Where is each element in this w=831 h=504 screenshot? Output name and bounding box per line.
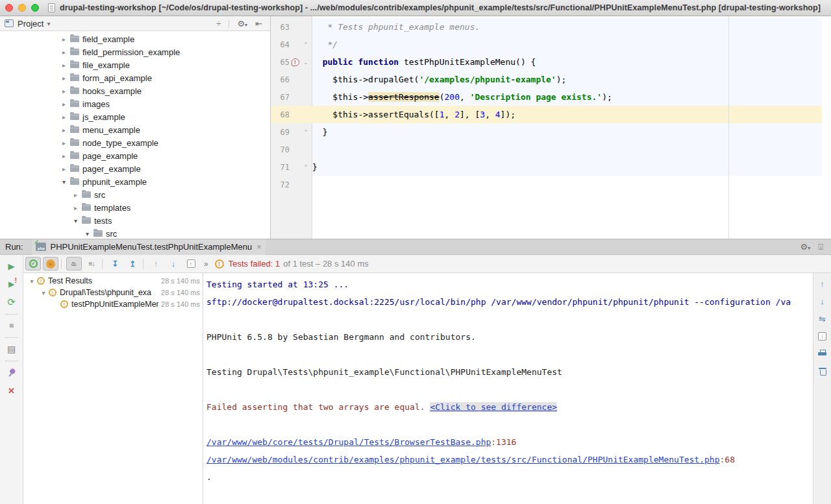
project-tree-item[interactable]: ▸file_example bbox=[0, 58, 270, 71]
code-text[interactable]: $this->drupalGet('/examples/phpunit-exam… bbox=[312, 71, 822, 88]
project-tree-item[interactable]: ▸pager_example bbox=[0, 162, 270, 175]
rerun-button[interactable]: ▶ bbox=[5, 259, 19, 273]
tree-arrow-icon[interactable]: ▸ bbox=[60, 49, 68, 56]
test-tree-item[interactable]: ▾!Test Results28 s 140 ms bbox=[23, 275, 203, 287]
project-tree-item[interactable]: ▸templates bbox=[0, 201, 270, 214]
gear-icon[interactable]: ⚙▾ bbox=[800, 242, 811, 252]
project-tree-item[interactable]: ▾src bbox=[0, 227, 270, 239]
tree-arrow-icon[interactable]: ▸ bbox=[60, 75, 68, 82]
test-tree-item[interactable]: !testPhpUnitExampleMenu28 s 140 ms bbox=[23, 298, 203, 310]
editor-line[interactable]: 68 $this->assertEquals([1, 2], [3, 4]); bbox=[271, 106, 822, 123]
minimize-window-button[interactable] bbox=[18, 4, 26, 12]
project-tree-item[interactable]: ▸field_permission_example bbox=[0, 45, 270, 58]
close-run-panel-button[interactable]: ✕ bbox=[5, 383, 19, 398]
chevron-down-icon[interactable]: ▾ bbox=[47, 20, 50, 27]
test-tree-item[interactable]: ▾!Drupal\Tests\phpunit_exa28 s 140 ms bbox=[23, 287, 203, 298]
code-editor[interactable]: 63 * Tests phpunit_example menus.64⌃ */6… bbox=[271, 16, 831, 239]
select-opened-file-icon[interactable]: ÷ bbox=[216, 19, 221, 29]
project-tree-item[interactable]: ▸page_example bbox=[0, 149, 270, 162]
project-panel-title[interactable]: Project bbox=[18, 19, 43, 29]
divider[interactable] bbox=[203, 273, 203, 504]
project-tree-item[interactable]: ▸menu_example bbox=[0, 123, 270, 136]
fold-marker-icon[interactable]: ⌃ bbox=[301, 129, 311, 136]
rerun-failed-tests-button[interactable]: ▶ bbox=[8, 280, 14, 289]
project-tree-item[interactable]: ▸src bbox=[0, 188, 270, 201]
tree-arrow-icon[interactable]: ▸ bbox=[60, 88, 68, 95]
show-passed-button[interactable]: ✓ bbox=[25, 257, 41, 270]
tree-arrow-icon[interactable]: ▸ bbox=[71, 191, 80, 198]
down-stacktrace-button[interactable]: ↓ bbox=[815, 294, 830, 308]
editor-line[interactable]: 71⌃} bbox=[271, 158, 822, 176]
editor-line[interactable]: 63 * Tests phpunit_example menus. bbox=[271, 18, 822, 36]
show-ignored-button[interactable]: ≡ bbox=[43, 257, 58, 270]
test-failed-gutter-icon[interactable]: ! bbox=[291, 58, 299, 66]
tree-arrow-icon[interactable]: ▸ bbox=[71, 204, 80, 211]
fold-marker-icon[interactable]: ⌃ bbox=[301, 164, 311, 171]
project-tree-item[interactable]: ▸field_example bbox=[0, 32, 270, 45]
code-text[interactable]: */ bbox=[312, 36, 822, 53]
editor-line[interactable]: 69⌃ } bbox=[271, 123, 822, 141]
project-tree-item[interactable]: ▸hooks_example bbox=[0, 84, 270, 97]
console-link[interactable]: <Click to see difference> bbox=[430, 402, 557, 412]
tree-arrow-icon[interactable]: ▸ bbox=[60, 152, 68, 160]
code-text[interactable]: } bbox=[312, 123, 822, 141]
fold-marker-icon[interactable]: ⌃ bbox=[301, 42, 311, 48]
editor-line[interactable]: 67 $this->assertResponse(200, 'Descripti… bbox=[271, 88, 822, 106]
scroll-to-end-button[interactable]: ↓ bbox=[815, 329, 830, 343]
tree-arrow-icon[interactable]: ▸ bbox=[60, 36, 68, 43]
run-configuration-tab[interactable]: php ✓ PHPUnitExampleMenuTest.testPhpUnit… bbox=[32, 239, 265, 255]
next-failed-test-button[interactable]: ↓ bbox=[166, 257, 181, 270]
code-text[interactable]: public function testPhpUnitExampleMenu()… bbox=[312, 53, 822, 71]
hide-panel-icon[interactable]: ⇤ bbox=[255, 19, 262, 29]
project-tree-item[interactable]: ▸js_example bbox=[0, 110, 270, 123]
tree-arrow-icon[interactable]: ▾ bbox=[60, 178, 68, 186]
tree-arrow-icon[interactable]: ▸ bbox=[60, 126, 68, 134]
editor-line[interactable]: 66 $this->drupalGet('/examples/phpunit-e… bbox=[271, 71, 822, 88]
tree-arrow-icon[interactable]: ▸ bbox=[60, 165, 68, 173]
stop-button[interactable]: ■ bbox=[5, 318, 19, 333]
zoom-window-button[interactable] bbox=[31, 4, 39, 12]
tree-arrow-icon[interactable]: ▾ bbox=[27, 278, 36, 285]
print-button[interactable] bbox=[815, 346, 830, 361]
close-window-button[interactable] bbox=[5, 4, 13, 12]
tree-arrow-icon[interactable]: ▾ bbox=[71, 217, 80, 224]
expand-all-button[interactable]: ↧ bbox=[107, 257, 123, 270]
editor-line[interactable]: 64⌃ */ bbox=[271, 36, 822, 53]
code-text[interactable]: } bbox=[312, 158, 822, 176]
soft-wrap-button[interactable]: ⇋ bbox=[815, 311, 830, 326]
project-tree-item[interactable]: ▾tests bbox=[0, 214, 270, 227]
tree-arrow-icon[interactable]: ▾ bbox=[39, 289, 48, 296]
sort-by-duration-button[interactable]: ≡↓ bbox=[84, 257, 99, 270]
close-tab-icon[interactable]: × bbox=[256, 242, 262, 252]
tree-arrow-icon[interactable]: ▾ bbox=[83, 230, 92, 237]
editor-line[interactable]: 72 bbox=[271, 176, 822, 193]
project-tree-item[interactable]: ▾phpunit_example bbox=[0, 175, 270, 188]
tree-arrow-icon[interactable]: ▸ bbox=[60, 62, 68, 69]
code-text[interactable]: $this->assertResponse(200, 'Description … bbox=[312, 88, 822, 106]
sort-alphabetically-button[interactable]: a↓ bbox=[66, 257, 82, 270]
editor-line[interactable]: 70 bbox=[271, 141, 822, 158]
gear-icon[interactable]: ⚙▾ bbox=[237, 19, 247, 29]
code-text[interactable]: $this->assertEquals([1, 2], [3, 4]); bbox=[312, 106, 822, 123]
code-text[interactable]: * Tests phpunit_example menus. bbox=[312, 18, 822, 36]
project-tree-item[interactable]: ▸node_type_example bbox=[0, 136, 270, 149]
hide-panel-icon[interactable]: ⍗ bbox=[818, 242, 823, 252]
tree-arrow-icon[interactable]: ▸ bbox=[60, 114, 68, 121]
fold-marker-icon[interactable]: ⌄ bbox=[301, 59, 311, 66]
collapse-all-button[interactable]: ↥ bbox=[125, 257, 140, 270]
restore-layout-button[interactable]: ▤ bbox=[5, 342, 19, 356]
console-link[interactable]: /var/www/web/modules/contrib/examples/ph… bbox=[206, 455, 720, 464]
clear-all-button[interactable] bbox=[815, 364, 830, 378]
pin-tab-button[interactable] bbox=[5, 365, 19, 379]
test-console-output[interactable]: Testing started at 13:25 ...sftp://docke… bbox=[204, 273, 813, 504]
more-actions-chevrons[interactable]: » bbox=[204, 259, 208, 269]
project-tree-item[interactable]: ▸form_api_example bbox=[0, 71, 270, 84]
up-stacktrace-button[interactable]: ↑ bbox=[815, 276, 830, 291]
previous-failed-test-button[interactable]: ↑ bbox=[148, 257, 164, 270]
tree-arrow-icon[interactable]: ▸ bbox=[60, 101, 68, 108]
code-text[interactable] bbox=[312, 141, 822, 158]
toggle-auto-test-button[interactable]: ⟳ bbox=[5, 295, 19, 309]
code-text[interactable] bbox=[312, 176, 822, 193]
tree-arrow-icon[interactable]: ▸ bbox=[60, 139, 68, 147]
console-link[interactable]: /var/www/web/core/tests/Drupal/Tests/Bro… bbox=[206, 437, 491, 447]
